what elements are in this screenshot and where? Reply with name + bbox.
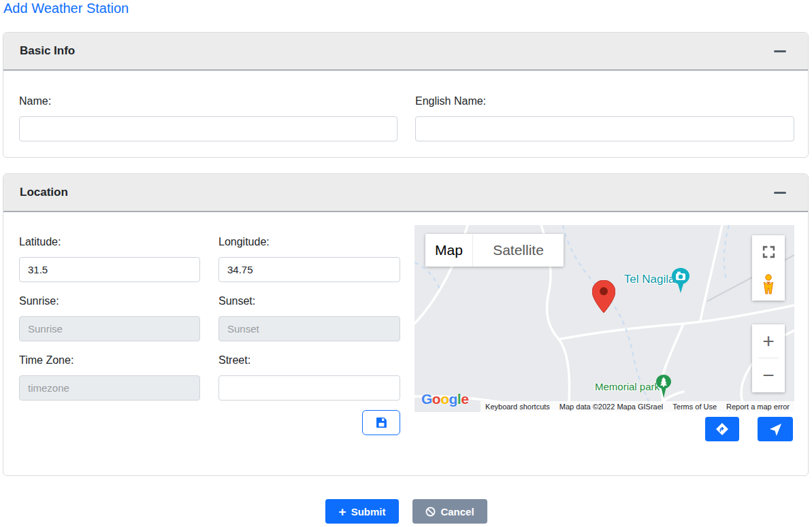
- basic-info-title: Basic Info: [20, 44, 75, 58]
- submit-button[interactable]: + Submit: [325, 499, 399, 524]
- name-label: Name:: [19, 95, 397, 107]
- street-input[interactable]: [218, 375, 400, 401]
- map-type-satellite-button[interactable]: Satellite: [473, 234, 564, 267]
- report-map-error-link[interactable]: Report a map error: [721, 401, 794, 412]
- submit-label: Submit: [351, 506, 386, 517]
- sunrise-label: Sunrise:: [19, 295, 200, 307]
- poi-label-memorial-park[interactable]: Memorial park: [595, 381, 660, 392]
- poi-label-tel-nagila[interactable]: Tel Nagila: [624, 273, 675, 286]
- photo-poi-icon[interactable]: [671, 267, 690, 297]
- timezone-label: Time Zone:: [19, 354, 200, 367]
- zoom-out-button[interactable]: −: [752, 358, 785, 392]
- basic-info-header: Basic Info: [3, 33, 808, 71]
- longitude-label: Longitude:: [218, 236, 400, 248]
- map-type-map-button[interactable]: Map: [425, 234, 473, 267]
- directions-icon: [715, 422, 729, 436]
- location-header: Location: [3, 174, 808, 212]
- my-location-button[interactable]: [758, 417, 793, 441]
- location-arrow-icon: [769, 423, 782, 436]
- map-data-text: Map data ©2022 Mapa GISrael: [555, 401, 668, 412]
- name-input[interactable]: [19, 116, 397, 141]
- english-name-label: English Name:: [415, 95, 794, 107]
- pegman-icon: [760, 274, 777, 294]
- cancel-label: Cancel: [440, 506, 474, 517]
- logo-letter: g: [449, 391, 457, 407]
- page-title: Add Weather Station: [3, 1, 129, 16]
- keyboard-shortcuts-link[interactable]: Keyboard shortcuts: [481, 401, 555, 412]
- google-map[interactable]: Map Satellite +: [415, 225, 794, 412]
- google-logo[interactable]: Google: [421, 391, 468, 407]
- logo-letter: e: [461, 391, 468, 407]
- directions-button[interactable]: [705, 417, 739, 441]
- cancel-button[interactable]: Cancel: [412, 499, 487, 524]
- latitude-input[interactable]: [19, 257, 200, 282]
- logo-letter: o: [440, 391, 449, 407]
- save-icon: [376, 417, 387, 428]
- map-controls-top-right: [752, 235, 785, 301]
- street-label: Street:: [218, 354, 400, 367]
- location-body: Latitude: Sunrise: Time Zone: Longitude:…: [3, 212, 808, 475]
- collapse-icon[interactable]: [774, 50, 786, 52]
- zoom-control: + −: [752, 324, 785, 392]
- save-button[interactable]: [362, 410, 400, 435]
- english-name-input[interactable]: [415, 116, 794, 141]
- timezone-input: [19, 375, 200, 401]
- basic-info-panel: Basic Info Name: English Name:: [3, 32, 809, 158]
- logo-letter: o: [432, 391, 440, 407]
- sunset-input: [218, 316, 400, 341]
- location-marker-icon[interactable]: [592, 280, 615, 316]
- ban-icon: [425, 507, 436, 517]
- latitude-label: Latitude:: [19, 236, 200, 248]
- map-attribution: Keyboard shortcuts Map data ©2022 Mapa G…: [481, 401, 794, 412]
- map-type-control: Map Satellite: [425, 234, 564, 267]
- zoom-in-button[interactable]: +: [752, 324, 785, 358]
- terms-of-use-link[interactable]: Terms of Use: [668, 401, 721, 412]
- basic-info-body: Name: English Name:: [3, 71, 808, 157]
- park-poi-icon[interactable]: [655, 374, 672, 402]
- fullscreen-button[interactable]: [752, 235, 785, 268]
- location-panel: Location Latitude: Sunrise: Time Zone: L…: [3, 173, 809, 476]
- plus-icon: +: [339, 505, 346, 518]
- collapse-icon[interactable]: [774, 192, 786, 194]
- longitude-input[interactable]: [218, 257, 400, 282]
- pegman-button[interactable]: [752, 268, 785, 301]
- location-title: Location: [20, 186, 68, 199]
- sunset-label: Sunset:: [218, 295, 400, 307]
- fullscreen-icon: [762, 245, 775, 258]
- sunrise-input: [19, 316, 200, 341]
- logo-letter: G: [421, 391, 432, 407]
